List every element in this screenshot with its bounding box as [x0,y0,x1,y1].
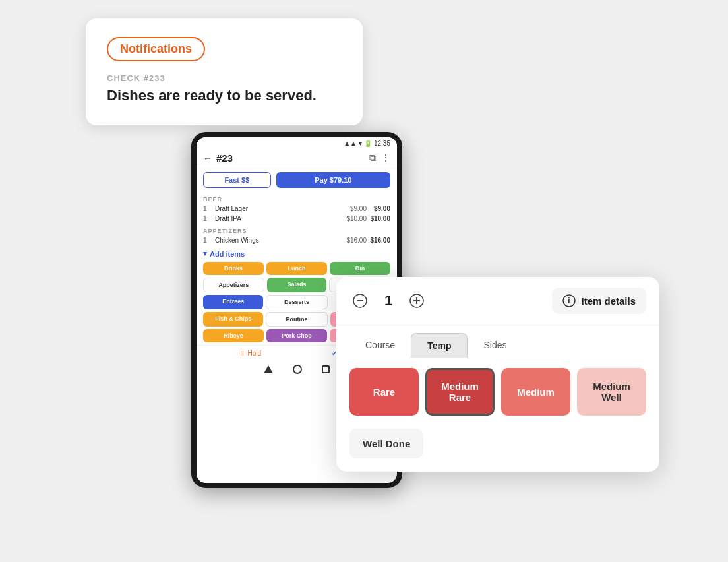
option-rare[interactable]: Rare [349,368,419,416]
item-unit-price: $16.00 [343,237,367,244]
option-medium[interactable]: Medium [501,368,570,416]
signal-icon: ▲▲ [344,140,357,147]
nav-icons: ⧉ ⋮ [369,152,390,164]
beer-section-label: BEER [203,196,390,203]
svg-text:i: i [568,296,570,305]
item-details-button[interactable]: i Item details [552,288,646,314]
category-entrees[interactable]: Entrees [203,295,263,309]
back-arrow-icon[interactable]: ← [203,153,212,164]
tablet-status-bar: ▲▲ ▾ 🔋 12:35 [197,137,397,150]
item-name: Chicken Wings [215,237,343,244]
tab-sides[interactable]: Sides [468,333,522,358]
item-total-price: $9.00 [367,205,390,212]
item-qty: 1 [203,205,212,212]
order-number: #23 [216,152,369,164]
tablet-action-bar: Fast $$ Pay $79.10 [197,168,397,192]
item-details-label: Item details [581,296,636,307]
option-well-done[interactable]: Well Done [349,429,423,458]
option-medium-well[interactable]: MediumWell [577,368,646,416]
quantity-increase-button[interactable] [406,290,427,311]
battery-icon: 🔋 [364,140,372,147]
check-label: CHECK #233 [107,73,342,83]
table-row: 1 Draft IPA $10.00 $10.00 [203,214,390,224]
quantity-value: 1 [379,292,398,309]
category-desserts[interactable]: Desserts [266,295,327,309]
status-time: 12:35 [374,140,390,147]
category-salads[interactable]: Salads [267,278,327,292]
category-pork-chop[interactable]: Pork Chop [266,329,327,342]
wifi-icon: ▾ [359,140,362,147]
hold-icon: ⏸ [239,350,245,357]
table-row: 1 Draft Lager $9.00 $9.00 [203,204,390,214]
category-fish-chips[interactable]: Fish & Chips [203,312,263,327]
tab-temp[interactable]: Temp [411,333,468,358]
tablet-nav: ← #23 ⧉ ⋮ [197,150,397,168]
order-section: BEER 1 Draft Lager $9.00 $9.00 1 Draft I… [197,196,397,245]
category-dinner[interactable]: Din [330,262,390,275]
category-poutine[interactable]: Poutine [266,312,327,327]
category-lunch[interactable]: Lunch [266,262,327,275]
panel-tabs: Course Temp Sides [336,325,659,358]
notification-message: Dishes are ready to be served. [107,87,342,104]
item-qty: 1 [203,237,212,244]
category-drinks[interactable]: Drinks [203,262,264,275]
appetizers-section-label: APPETIZERS [203,228,390,234]
notification-card: Notifications CHECK #233 Dishes are read… [86,18,363,125]
item-total-price: $16.00 [367,237,390,244]
item-qty: 1 [203,215,212,222]
add-items-label: Add items [210,250,245,258]
fast-split-button[interactable]: Fast $$ [203,172,271,188]
notification-badge: Notifications [107,37,205,61]
item-details-panel: 1 i Item details Course Temp Sides Rare … [336,277,659,472]
item-unit-price: $9.00 [343,205,367,212]
panel-well-done: Well Done [336,429,659,472]
recents-nav-icon[interactable] [322,365,330,373]
copy-icon[interactable]: ⧉ [369,152,376,164]
hold-button[interactable]: ⏸ Hold [239,350,262,357]
more-icon[interactable]: ⋮ [381,152,390,164]
home-nav-icon[interactable] [293,365,302,374]
item-name: Draft IPA [215,215,343,222]
add-items-row[interactable]: ▾ Add items [197,245,397,262]
option-medium-rare[interactable]: MediumRare [425,368,495,416]
tab-course[interactable]: Course [349,333,411,358]
quantity-decrease-button[interactable] [349,290,371,311]
category-ribeye[interactable]: Ribeye [203,329,264,342]
chevron-down-icon: ▾ [203,249,207,258]
pay-button[interactable]: Pay $79.10 [276,172,390,188]
back-nav-icon[interactable] [264,365,273,373]
item-details-icon: i [562,294,576,307]
item-name: Draft Lager [215,205,343,212]
panel-top-bar: 1 i Item details [336,277,659,325]
category-row: Drinks Lunch Din [203,262,390,275]
item-unit-price: $10.00 [343,215,367,222]
table-row: 1 Chicken Wings $16.00 $16.00 [203,235,390,245]
item-total-price: $10.00 [367,215,390,222]
category-appetizers[interactable]: Appetizers [203,278,264,292]
temp-options-grid: Rare MediumRare Medium MediumWell [336,358,659,429]
hold-label: Hold [248,350,262,357]
quantity-control: 1 [349,290,427,311]
